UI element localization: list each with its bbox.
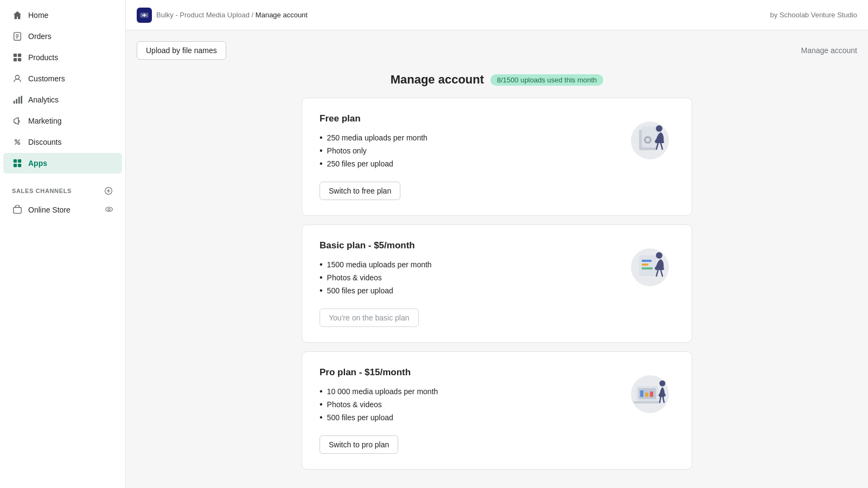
svg-point-14 [18, 143, 20, 145]
sales-channels-section: SALES CHANNELS [0, 178, 125, 199]
marketing-icon [12, 115, 23, 126]
action-bar: Upload by file names Manage account [137, 41, 857, 60]
svg-rect-41 [642, 267, 653, 269]
svg-rect-39 [642, 260, 652, 262]
pro-plan-title: Pro plan - $15/month [320, 367, 617, 378]
apps-icon [12, 158, 23, 169]
svg-point-42 [656, 252, 662, 259]
free-plan-illustration [626, 113, 674, 162]
customers-icon [12, 73, 23, 84]
svg-rect-7 [18, 58, 21, 61]
svg-point-30 [656, 125, 662, 132]
svg-rect-23 [14, 208, 21, 214]
topbar: Bulky - Product Media Upload / Manage ac… [126, 0, 868, 30]
upload-by-file-names-button[interactable]: Upload by file names [137, 41, 226, 60]
app-logo [137, 8, 152, 23]
pro-feature-3: 500 files per upload [320, 413, 617, 422]
svg-rect-5 [18, 54, 21, 57]
sidebar-item-discounts[interactable]: Discounts [3, 132, 122, 152]
basic-feature-3: 500 files per upload [320, 286, 617, 296]
manage-account-link[interactable]: Manage account [801, 46, 857, 55]
page-content: Upload by file names Manage account Mana… [126, 30, 868, 488]
svg-point-25 [108, 208, 110, 210]
page-heading: Manage account 8/1500 uploads used this … [137, 73, 857, 87]
online-store-icon [12, 204, 23, 215]
svg-rect-19 [18, 164, 21, 167]
analytics-icon [12, 94, 23, 105]
svg-rect-50 [634, 401, 661, 403]
breadcrumb: Bulky - Product Media Upload / Manage ac… [137, 8, 764, 23]
sidebar: Home Orders Products Customers [0, 0, 126, 488]
basic-plan-card: Basic plan - $5/month 1500 media uploads… [302, 224, 692, 343]
free-feature-3: 250 files per upload [320, 159, 617, 169]
online-store-visibility-icon[interactable] [105, 205, 113, 215]
svg-point-8 [15, 75, 19, 79]
svg-point-13 [15, 140, 17, 142]
svg-rect-16 [14, 159, 17, 163]
attribution-text: by Schoolab Venture Studio [770, 11, 857, 19]
free-feature-2: Photos only [320, 146, 617, 156]
sidebar-item-apps[interactable]: Apps [3, 153, 122, 174]
svg-rect-10 [16, 99, 17, 104]
svg-point-54 [660, 381, 666, 387]
svg-rect-9 [14, 101, 15, 104]
usage-badge: 8/1500 uploads used this month [490, 74, 603, 86]
free-plan-card: Free plan 250 media uploads per month Ph… [302, 98, 692, 216]
add-sales-channel-icon[interactable] [104, 186, 113, 196]
svg-rect-17 [18, 159, 21, 163]
pro-feature-1: 10 000 media uploads per month [320, 387, 617, 396]
svg-rect-51 [640, 390, 643, 397]
svg-rect-53 [650, 391, 653, 397]
sidebar-item-marketing[interactable]: Marketing [3, 111, 122, 131]
basic-feature-1: 1500 media uploads per month [320, 260, 617, 269]
svg-rect-6 [14, 58, 17, 61]
products-icon [12, 52, 23, 63]
plans-container: Free plan 250 media uploads per month Ph… [302, 98, 692, 470]
pro-plan-illustration [626, 367, 674, 416]
main-area: Bulky - Product Media Upload / Manage ac… [126, 0, 868, 488]
sidebar-item-products[interactable]: Products [3, 47, 122, 68]
sidebar-item-customers[interactable]: Customers [3, 68, 122, 89]
sidebar-item-home[interactable]: Home [3, 5, 122, 25]
svg-rect-4 [14, 54, 17, 57]
sidebar-item-online-store[interactable]: Online Store [3, 200, 122, 220]
svg-rect-40 [642, 264, 648, 266]
switch-to-pro-plan-button[interactable]: Switch to pro plan [320, 435, 398, 454]
basic-plan-illustration [626, 240, 674, 289]
basic-feature-2: Photos & videos [320, 273, 617, 282]
home-icon [12, 10, 23, 21]
pro-plan-card: Pro plan - $15/month 10 000 media upload… [302, 351, 692, 470]
free-plan-features: 250 media uploads per month Photos only … [320, 133, 617, 169]
pro-plan-body: Pro plan - $15/month 10 000 media upload… [320, 367, 617, 454]
svg-rect-18 [14, 164, 17, 167]
free-plan-title: Free plan [320, 113, 617, 124]
svg-rect-12 [21, 96, 22, 104]
basic-plan-features: 1500 media uploads per month Photos & vi… [320, 260, 617, 296]
current-plan-button: You're on the basic plan [320, 309, 419, 327]
pro-feature-2: Photos & videos [320, 400, 617, 409]
basic-plan-body: Basic plan - $5/month 1500 media uploads… [320, 240, 617, 327]
sidebar-item-analytics[interactable]: Analytics [3, 89, 122, 110]
sidebar-item-orders[interactable]: Orders [3, 26, 122, 47]
free-plan-body: Free plan 250 media uploads per month Ph… [320, 113, 617, 200]
svg-point-24 [106, 207, 113, 211]
pro-plan-features: 10 000 media uploads per month Photos & … [320, 387, 617, 422]
switch-to-free-plan-button[interactable]: Switch to free plan [320, 182, 400, 200]
discounts-icon [12, 137, 23, 147]
basic-plan-title: Basic plan - $5/month [320, 240, 617, 251]
svg-rect-11 [18, 97, 20, 104]
svg-rect-52 [645, 393, 648, 397]
orders-icon [12, 31, 23, 42]
svg-point-36 [646, 138, 650, 142]
free-feature-1: 250 media uploads per month [320, 133, 617, 143]
page-title: Manage account [391, 73, 484, 87]
svg-line-15 [15, 140, 20, 145]
